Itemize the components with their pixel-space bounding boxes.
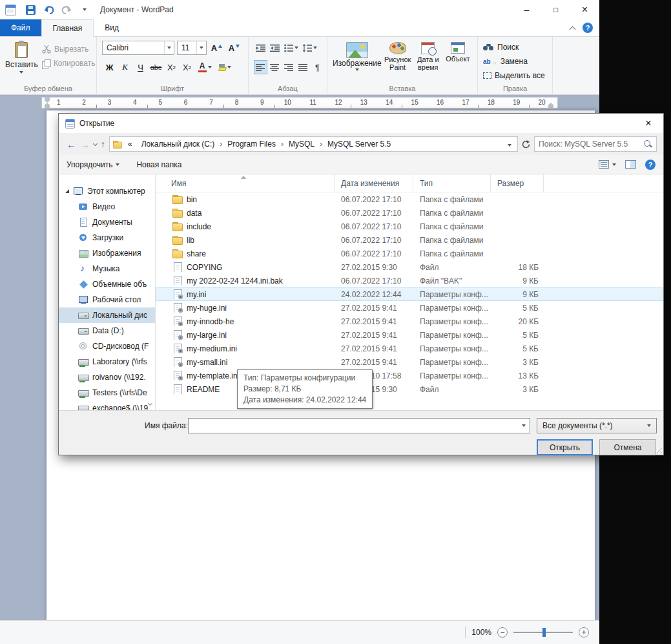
file-row[interactable]: bin 06.07.2022 17:10 Папка с файлами [156,192,663,206]
organize-button[interactable]: Упорядочить [67,160,119,169]
redo-button[interactable] [60,3,73,16]
sidebar-item[interactable]: Документы [59,214,155,230]
search-input[interactable] [539,140,641,149]
font-color-button[interactable]: А [195,60,214,74]
highlight-button[interactable] [215,60,234,74]
open-button[interactable]: Открыть [537,439,593,455]
file-row[interactable]: lib 06.07.2022 17:10 Папка с файлами [156,233,663,247]
file-row[interactable]: README 27.02.2015 9:30 Файл 3 КБ [156,382,663,396]
increase-indent-button[interactable] [268,41,282,55]
sidebar-item[interactable]: Локальный дис [59,307,155,323]
dialog-help-button[interactable]: ? [645,160,656,170]
grow-font-button[interactable]: А [209,41,224,55]
superscript-button[interactable]: Х2 [180,60,194,74]
zoom-slider-thumb[interactable] [542,628,546,637]
sidebar-item[interactable]: Testers (\\rfs\De [59,385,155,400]
sidebar-item[interactable]: CD-дисковод (F [59,338,155,354]
filename-input[interactable] [189,421,518,430]
breadcrumb-segment[interactable]: MySQL [285,140,318,149]
file-row[interactable]: share 06.07.2022 17:10 Папка с файлами [156,247,663,260]
filename-dropdown-button[interactable] [518,419,530,433]
insert-image-button[interactable]: Изображение [333,41,382,83]
align-right-button[interactable] [282,60,296,74]
cut-button[interactable]: Вырезать [42,43,96,55]
breadcrumb-segment[interactable]: MySQL Server 5.5 [324,140,395,149]
font-family-combo[interactable]: Calibri [102,41,174,55]
file-row[interactable]: my-small.ini 27.02.2015 9:41 Параметры к… [156,355,663,369]
align-left-button[interactable] [254,60,267,74]
new-folder-button[interactable]: Новая папка [136,160,181,169]
sidebar-scroll-down-button[interactable] [149,399,152,408]
column-header-size[interactable]: Размер [491,174,544,192]
dialog-close-button[interactable]: × [634,114,663,133]
refresh-button[interactable] [522,140,530,149]
sidebar-item[interactable]: Музыка [59,261,155,276]
decrease-indent-button[interactable] [254,41,267,55]
up-button[interactable]: ↑ [101,140,105,149]
tab-view[interactable]: Вид [94,19,130,36]
maximize-button[interactable]: □ [541,0,570,19]
shrink-font-button[interactable]: А [227,41,242,55]
address-bar[interactable]: « Локальный диск (C:) › Program Files › … [109,136,518,152]
qat-customize-button[interactable] [78,3,91,16]
sidebar-item[interactable]: Изображения [59,245,155,261]
align-center-button[interactable] [268,60,282,74]
find-button[interactable]: Поиск [483,41,547,54]
line-spacing-button[interactable] [301,41,319,55]
subscript-button[interactable]: Х2 [164,60,179,74]
sidebar-item[interactable]: Видео [59,199,155,214]
zoom-in-button[interactable]: + [579,627,589,638]
sidebar-item[interactable]: roivanov (\\192. [59,369,155,385]
sidebar-item[interactable]: Laboratory (\\rfs [59,354,155,369]
forward-button[interactable]: → [80,140,90,149]
sidebar-item[interactable]: Объемные объ [59,276,155,292]
close-button[interactable]: × [570,0,599,19]
breadcrumb-overflow[interactable]: « [124,140,136,149]
insert-paint-drawing-button[interactable]: Рисунок Paint [383,41,413,83]
insert-object-button[interactable]: Объект [444,41,472,83]
file-row[interactable]: COPYING 27.02.2015 9:30 Файл 18 КБ [156,260,663,274]
tab-file[interactable]: Файл [0,19,41,36]
file-row[interactable]: my-huge.ini 27.02.2015 9:41 Параметры ко… [156,301,663,315]
minimize-button[interactable]: – [512,0,541,19]
underline-button[interactable]: Ч [133,60,148,74]
zoom-slider[interactable] [513,627,573,638]
collapse-ribbon-button[interactable] [570,26,576,32]
file-row[interactable]: my 2022-02-24 1244.ini.bak 06.07.2022 17… [156,274,663,287]
help-button[interactable]: ? [583,23,593,33]
address-dropdown-button[interactable] [504,140,515,149]
undo-button[interactable] [42,3,55,16]
copy-button[interactable]: Копировать [42,57,96,69]
sidebar-item[interactable]: exchange$ (\\19 [59,400,155,410]
zoom-out-button[interactable]: − [497,627,508,638]
breadcrumb-segment[interactable]: Локальный диск (C:) [138,140,219,149]
select-all-button[interactable]: Выделить все [483,69,547,82]
history-dropdown-button[interactable] [93,141,98,145]
filename-combo[interactable] [188,418,530,433]
file-row[interactable]: data 06.07.2022 17:10 Папка с файлами [156,206,663,220]
sidebar-item[interactable]: Загрузки [59,230,155,245]
sidebar-item[interactable]: Рабочий стол [59,292,155,307]
sidebar-item[interactable]: Data (D:) [59,323,155,338]
cancel-button[interactable]: Отмена [599,439,656,455]
font-size-combo[interactable]: 11 [177,41,207,55]
breadcrumb-segment[interactable]: Program Files [223,140,280,149]
file-row[interactable]: my-large.ini 27.02.2015 9:41 Параметры к… [156,328,663,342]
file-row[interactable]: include 06.07.2022 17:10 Папка с файлами [156,220,663,233]
list-button[interactable] [282,41,300,55]
file-row[interactable]: my-template.ini 01.04.2010 17:58 Парамет… [156,369,663,382]
paste-button[interactable]: Вставить [5,41,38,83]
strikethrough-button[interactable]: abc [149,60,163,74]
filetype-combo[interactable]: Все документы (*.*) [537,418,657,433]
paragraph-dialog-button[interactable]: ¶ [311,60,324,74]
change-view-button[interactable] [599,160,616,169]
insert-datetime-button[interactable]: Дата и время [414,41,442,83]
sidebar-item[interactable]: Этот компьютер [59,183,155,199]
back-button[interactable]: ← [67,140,76,149]
preview-pane-button[interactable] [625,160,636,169]
column-header-type[interactable]: Тип [413,174,491,192]
search-box[interactable] [534,136,657,152]
italic-button[interactable]: К [118,60,132,74]
replace-button[interactable]: ab→ Замена [483,55,547,68]
save-button[interactable] [24,3,37,16]
